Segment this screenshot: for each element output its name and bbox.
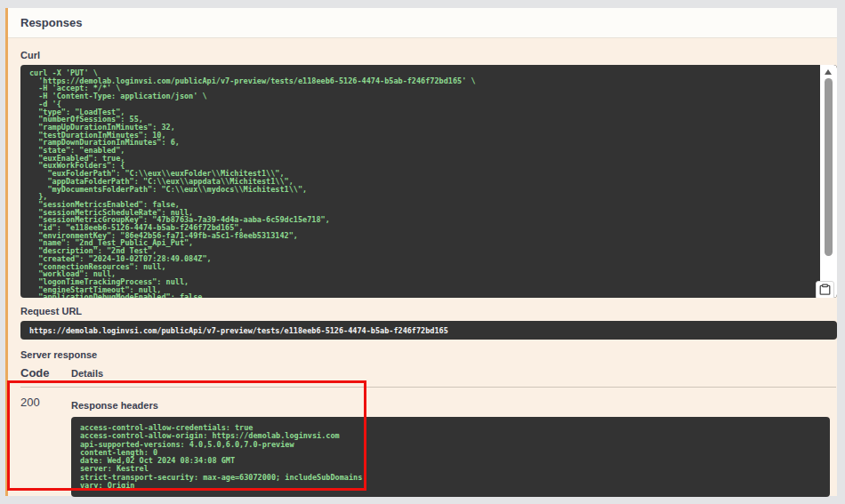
curl-label: Curl: [20, 50, 836, 60]
copy-to-clipboard-button[interactable]: [816, 281, 834, 298]
responses-title: Responses: [20, 16, 82, 29]
request-url-label: Request URL: [20, 306, 836, 316]
curl-scrollbar-thumb[interactable]: [825, 78, 833, 256]
clipboard-icon: [819, 284, 831, 298]
code-column-header: Code: [20, 366, 71, 380]
details-column-header: Details: [71, 368, 103, 379]
server-response-label: Server response: [20, 349, 836, 360]
response-row-200: 200 Response headers access-control-allo…: [20, 388, 836, 497]
response-table-header: Code Details: [20, 366, 836, 388]
curl-scrollbar-track[interactable]: [820, 65, 837, 298]
scroll-up-arrow-icon[interactable]: [825, 69, 832, 75]
request-url-value: https://demolab.loginvsi.com/publicApi/v…: [20, 321, 837, 340]
response-headers-label: Response headers: [71, 400, 836, 411]
responses-section-header: Responses: [8, 8, 837, 38]
curl-command-text[interactable]: curl -X 'PUT' \ 'https://demolab.loginvs…: [20, 65, 837, 298]
response-headers-text: access-control-allow-credentials: true a…: [80, 424, 821, 490]
responses-panel: Responses Curl curl -X 'PUT' \ 'https://…: [5, 8, 837, 496]
response-headers-block: access-control-allow-credentials: true a…: [71, 417, 830, 497]
curl-command-block: curl -X 'PUT' \ 'https://demolab.loginvs…: [20, 65, 837, 298]
status-code-200: 200: [20, 396, 71, 409]
